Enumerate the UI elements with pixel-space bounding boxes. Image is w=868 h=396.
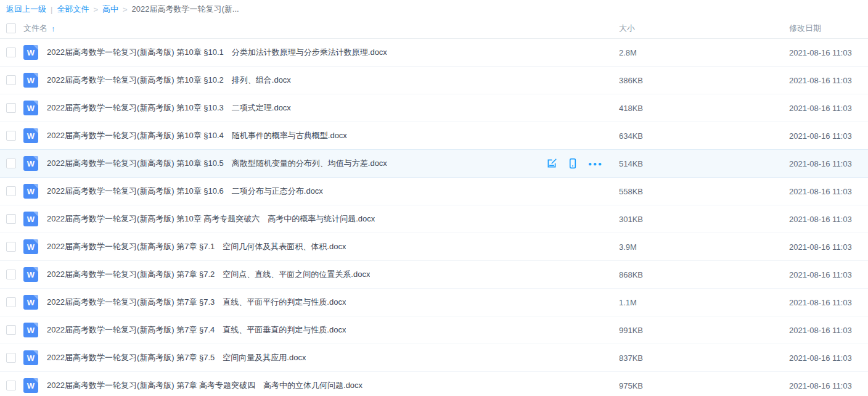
file-list-header: 文件名 ↑ 大小 修改日期 bbox=[0, 19, 868, 39]
file-name[interactable]: 2022届高考数学一轮复习(新高考版) 第10章 §10.4 随机事件的概率与古… bbox=[47, 130, 347, 141]
file-name[interactable]: 2022届高考数学一轮复习(新高考版) 第7章 §7.2 空间点、直线、平面之间… bbox=[47, 269, 370, 280]
breadcrumb-item-all-files[interactable]: 全部文件 bbox=[57, 4, 89, 15]
file-row[interactable]: W 2022届高考数学一轮复习(新高考版) 第10章 §10.6 二项分布与正态… bbox=[0, 178, 868, 205]
file-name[interactable]: 2022届高考数学一轮复习(新高考版) 第7章 §7.4 直线、平面垂直的判定与… bbox=[47, 324, 346, 336]
doc-icon-letter: W bbox=[27, 188, 35, 196]
file-row[interactable]: W 2022届高考数学一轮复习(新高考版) 第10章 §10.4 随机事件的概率… bbox=[0, 122, 868, 150]
column-header-filename[interactable]: 文件名 bbox=[23, 23, 47, 34]
file-name[interactable]: 2022届高考数学一轮复习(新高考版) 第7章 §7.3 直线、平面平行的判定与… bbox=[47, 297, 346, 308]
doc-icon-letter: W bbox=[27, 243, 35, 251]
row-checkbox[interactable] bbox=[6, 131, 16, 141]
file-size: 991KB bbox=[619, 326, 789, 335]
word-doc-icon: W bbox=[23, 295, 38, 310]
row-actions: ●●● bbox=[546, 158, 603, 169]
file-date: 2021-08-16 11:03 bbox=[789, 48, 868, 57]
row-checkbox[interactable] bbox=[6, 75, 16, 85]
file-name[interactable]: 2022届高考数学一轮复习(新高考版) 第7章 §7.1 空间几何体及其表面积、… bbox=[47, 241, 346, 252]
breadcrumb: 返回上一级 | 全部文件 > 高中 > 2022届高考数学一轮复习(新... bbox=[0, 0, 868, 19]
file-size: 558KB bbox=[619, 187, 789, 196]
doc-icon-letter: W bbox=[27, 382, 35, 390]
file-name[interactable]: 2022届高考数学一轮复习(新高考版) 第7章 高考专题突破四 高考中的立体几何… bbox=[47, 380, 362, 391]
doc-icon-letter: W bbox=[27, 132, 35, 140]
word-doc-icon: W bbox=[23, 323, 38, 337]
file-date: 2021-08-16 11:03 bbox=[789, 298, 868, 307]
edit-icon[interactable] bbox=[546, 158, 557, 169]
file-name[interactable]: 2022届高考数学一轮复习(新高考版) 第7章 §7.5 空间向量及其应用.do… bbox=[47, 352, 306, 363]
row-checkbox[interactable] bbox=[6, 159, 16, 168]
column-header-date[interactable]: 修改日期 bbox=[789, 23, 868, 34]
row-checkbox[interactable] bbox=[6, 325, 16, 335]
row-checkbox[interactable] bbox=[6, 297, 16, 307]
file-row[interactable]: W 2022届高考数学一轮复习(新高考版) 第7章 §7.3 直线、平面平行的判… bbox=[0, 289, 868, 316]
file-row[interactable]: W 2022届高考数学一轮复习(新高考版) 第10章 §10.3 二项式定理.d… bbox=[0, 94, 868, 122]
file-size: 386KB bbox=[619, 76, 789, 85]
breadcrumb-gt-separator: > bbox=[123, 5, 128, 14]
file-size: 634KB bbox=[619, 131, 789, 141]
row-checkbox[interactable] bbox=[6, 353, 16, 363]
row-checkbox[interactable] bbox=[6, 214, 16, 224]
file-date: 2021-08-16 11:03 bbox=[789, 215, 868, 224]
select-all-checkbox[interactable] bbox=[6, 23, 16, 33]
breadcrumb-back-link[interactable]: 返回上一级 bbox=[6, 4, 46, 15]
file-date: 2021-08-16 11:03 bbox=[789, 187, 868, 196]
doc-icon-letter: W bbox=[27, 326, 35, 334]
file-row[interactable]: W 2022届高考数学一轮复习(新高考版) 第10章 §10.2 排列、组合.d… bbox=[0, 67, 868, 94]
file-row[interactable]: W 2022届高考数学一轮复习(新高考版) 第7章 §7.4 直线、平面垂直的判… bbox=[0, 316, 868, 344]
file-date: 2021-08-16 11:03 bbox=[789, 381, 868, 390]
file-size: 3.9M bbox=[619, 242, 789, 252]
more-actions-icon[interactable]: ●●● bbox=[588, 160, 603, 167]
doc-icon-letter: W bbox=[27, 104, 35, 112]
mobile-icon[interactable] bbox=[567, 158, 578, 169]
row-checkbox[interactable] bbox=[6, 242, 16, 252]
file-row[interactable]: W 2022届高考数学一轮复习(新高考版) 第7章 §7.2 空间点、直线、平面… bbox=[0, 261, 868, 289]
word-doc-icon: W bbox=[23, 239, 38, 254]
row-checkbox[interactable] bbox=[6, 103, 16, 113]
word-doc-icon: W bbox=[23, 212, 38, 226]
doc-icon-letter: W bbox=[27, 215, 35, 223]
file-row[interactable]: W 2022届高考数学一轮复习(新高考版) 第7章 §7.5 空间向量及其应用.… bbox=[0, 344, 868, 372]
row-checkbox[interactable] bbox=[6, 381, 16, 390]
word-doc-icon: W bbox=[23, 267, 38, 282]
file-size: 301KB bbox=[619, 215, 789, 224]
file-name[interactable]: 2022届高考数学一轮复习(新高考版) 第10章 高考专题突破六 高考中的概率与… bbox=[47, 213, 375, 225]
sort-ascending-icon[interactable]: ↑ bbox=[51, 24, 55, 33]
file-size: 868KB bbox=[619, 270, 789, 279]
doc-icon-letter: W bbox=[27, 160, 35, 168]
word-doc-icon: W bbox=[23, 73, 38, 88]
file-name[interactable]: 2022届高考数学一轮复习(新高考版) 第10章 §10.6 二项分布与正态分布… bbox=[47, 186, 323, 197]
word-doc-icon: W bbox=[23, 128, 38, 143]
file-size: 837KB bbox=[619, 353, 789, 363]
file-row[interactable]: W 2022届高考数学一轮复习(新高考版) 第7章 高考专题突破四 高考中的立体… bbox=[0, 372, 868, 396]
file-row[interactable]: W 2022届高考数学一轮复习(新高考版) 第7章 §7.1 空间几何体及其表面… bbox=[0, 233, 868, 261]
row-checkbox[interactable] bbox=[6, 270, 16, 279]
doc-icon-letter: W bbox=[27, 49, 35, 57]
word-doc-icon: W bbox=[23, 184, 38, 199]
file-date: 2021-08-16 11:03 bbox=[789, 242, 868, 252]
file-size: 2.8M bbox=[619, 48, 789, 57]
breadcrumb-gt-separator: > bbox=[93, 5, 98, 14]
file-name[interactable]: 2022届高考数学一轮复习(新高考版) 第10章 §10.5 离散型随机变量的分… bbox=[47, 158, 387, 169]
word-doc-icon: W bbox=[23, 101, 38, 115]
breadcrumb-current-folder: 2022届高考数学一轮复习(新... bbox=[132, 4, 239, 15]
file-date: 2021-08-16 11:03 bbox=[789, 326, 868, 335]
row-checkbox[interactable] bbox=[6, 186, 16, 196]
file-date: 2021-08-16 11:03 bbox=[789, 131, 868, 141]
breadcrumb-item-folder[interactable]: 高中 bbox=[102, 4, 118, 15]
word-doc-icon: W bbox=[23, 350, 38, 365]
file-date: 2021-08-16 11:03 bbox=[789, 76, 868, 85]
file-date: 2021-08-16 11:03 bbox=[789, 159, 868, 168]
file-row[interactable]: W 2022届高考数学一轮复习(新高考版) 第10章 §10.1 分类加法计数原… bbox=[0, 39, 868, 67]
file-row[interactable]: W 2022届高考数学一轮复习(新高考版) 第10章 高考专题突破六 高考中的概… bbox=[0, 205, 868, 233]
file-size: 418KB bbox=[619, 104, 789, 113]
file-date: 2021-08-16 11:03 bbox=[789, 353, 868, 363]
file-date: 2021-08-16 11:03 bbox=[789, 104, 868, 113]
file-size: 514KB bbox=[619, 159, 789, 168]
file-name[interactable]: 2022届高考数学一轮复习(新高考版) 第10章 §10.3 二项式定理.doc… bbox=[47, 102, 291, 113]
row-checkbox[interactable] bbox=[6, 47, 16, 57]
file-row[interactable]: W 2022届高考数学一轮复习(新高考版) 第10章 §10.5 离散型随机变量… bbox=[0, 150, 868, 178]
file-name[interactable]: 2022届高考数学一轮复习(新高考版) 第10章 §10.1 分类加法计数原理与… bbox=[47, 47, 387, 58]
file-name[interactable]: 2022届高考数学一轮复习(新高考版) 第10章 §10.2 排列、组合.doc… bbox=[47, 75, 291, 86]
word-doc-icon: W bbox=[23, 378, 38, 393]
column-header-size[interactable]: 大小 bbox=[619, 23, 789, 34]
file-date: 2021-08-16 11:03 bbox=[789, 270, 868, 279]
